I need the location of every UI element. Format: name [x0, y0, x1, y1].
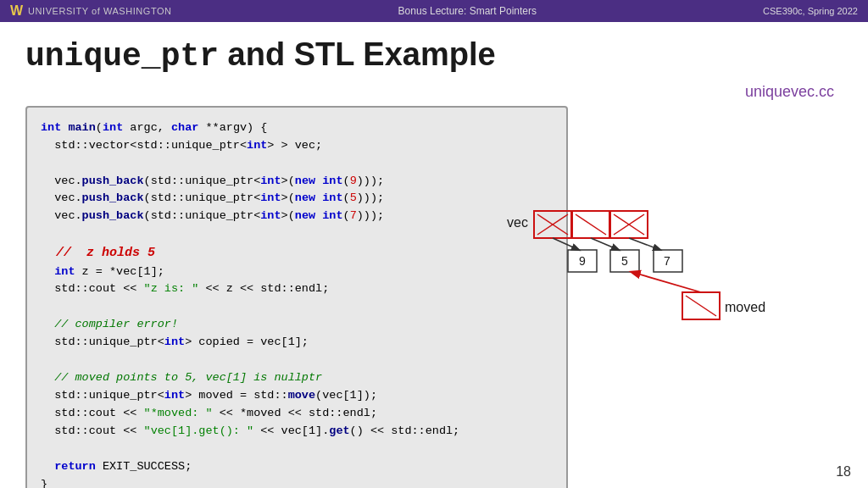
uw-logo: W: [10, 3, 23, 19]
title-code: unique_ptr: [25, 38, 219, 75]
code-line-2: std::vector<std::unique_ptr<int> > vec;: [41, 137, 553, 155]
lecture-title: Bonus Lecture: Smart Pointers: [398, 5, 537, 17]
code-line-5: vec.push_back(std::unique_ptr<int>(new i…: [41, 190, 553, 208]
code-line-17: std::cout << "*moved: " << *moved << std…: [41, 405, 553, 423]
code-line-7: [41, 225, 553, 243]
code-line-20: return EXIT_SUCCESS;: [41, 458, 553, 476]
code-line-8: // z holds 5: [41, 243, 553, 263]
code-line-6: vec.push_back(std::unique_ptr<int>(new i…: [41, 208, 553, 225]
code-line-11: [41, 298, 553, 316]
main-content: unique_ptr and STL Example uniquevec.cc …: [0, 22, 868, 488]
slide-title: unique_ptr and STL Example: [25, 37, 843, 75]
header-left: W UNIVERSITY of WASHINGTON: [10, 3, 172, 19]
code-line-12: // compiler error!: [41, 316, 553, 334]
code-line-3: [41, 155, 553, 173]
page-number: 18: [836, 464, 851, 480]
code-line-21: }: [41, 476, 553, 488]
code-line-1: int main(int argc, char **argv) {: [41, 119, 553, 137]
code-block: int main(int argc, char **argv) { std::v…: [25, 106, 568, 488]
code-line-18: std::cout << "vec[1].get(): " << vec[1].…: [41, 423, 553, 441]
code-line-10: std::cout << "z is: " << z << std::endl;: [41, 280, 553, 298]
code-line-13: std::unique_ptr<int> copied = vec[1];: [41, 334, 553, 352]
title-rest: and STL Example: [219, 36, 496, 72]
university-name: UNIVERSITY of WASHINGTON: [28, 6, 171, 16]
code-line-14: [41, 352, 553, 369]
code-line-19: [41, 441, 553, 458]
course-info: CSE390c, Spring 2022: [763, 6, 858, 16]
code-line-4: vec.push_back(std::unique_ptr<int>(new i…: [41, 173, 553, 191]
code-line-16: std::unique_ptr<int> moved = std::move(v…: [41, 387, 553, 405]
code-line-15: // moved points to 5, vec[1] is nullptr: [41, 369, 553, 387]
header-bar: W UNIVERSITY of WASHINGTON Bonus Lecture…: [0, 0, 868, 22]
code-line-9: int z = *vec[1];: [41, 263, 553, 281]
file-reference: uniquevec.cc: [25, 83, 834, 101]
